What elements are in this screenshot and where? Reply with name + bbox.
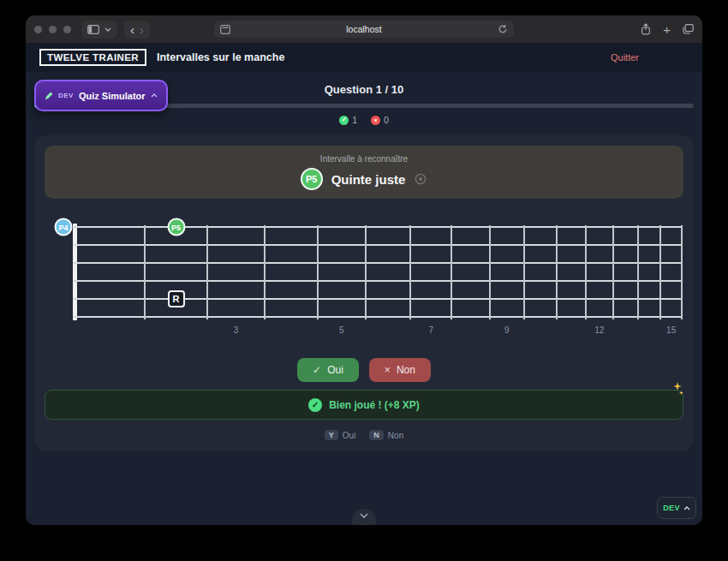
app-logo: TWELVE TRAINER [39,49,146,66]
pencil-icon [45,92,53,100]
fret-wire [681,225,683,319]
tab-overview-button[interactable] [683,24,694,34]
no-button[interactable]: × Non [369,358,431,382]
fret-wire [365,225,367,319]
correct-score: ✓ 1 [339,115,357,125]
fret-wire [659,225,661,319]
hint-icon [415,173,427,185]
tabs-icon [683,24,694,34]
prompt-label: Intervalle à reconnaître [45,146,683,164]
fretboard-nut [73,224,77,320]
string [73,298,682,300]
zoom-button[interactable] [63,26,71,33]
fretboard-marker-P4: P4 [55,218,73,236]
fret-wire [409,225,411,319]
shortcut-no: N Non [369,430,403,440]
key-cap: N [369,430,384,440]
string [73,244,682,246]
dev-menu-button[interactable]: DEV [657,497,696,519]
fret-wire [556,225,558,319]
quiz-simulator-toggle[interactable]: DEV Quiz Simulator [34,80,168,111]
toolbar-actions: + [641,23,694,36]
cross-icon: × [371,116,380,125]
fret-wire [144,225,146,319]
quit-link[interactable]: Quitter [611,52,639,63]
fret-wire [206,225,208,319]
reload-icon[interactable] [498,24,508,34]
fretboard-marker-P5: P5 [167,218,185,236]
string [73,262,682,264]
fret-wire [612,225,614,319]
fret-wire [585,225,587,319]
forward-button[interactable]: › [140,23,144,36]
answer-buttons: ✓ Oui × Non [34,358,694,382]
url-text: localhost [230,24,498,34]
fret-number: 9 [504,325,510,335]
yes-label: Oui [327,364,343,376]
fretboard: 35791215P4P5R [77,226,682,316]
fret-wire [451,225,452,319]
sparkle-icon [667,380,684,401]
interval-name: Quinte juste [331,172,406,187]
feedback-message: Bien joué ! (+8 XP) [329,399,420,411]
app-header: TWELVE TRAINER Intervalles sur le manche… [26,43,702,72]
page-settings-icon[interactable] [220,25,230,34]
history-nav: ‹ › [124,21,150,39]
url-field[interactable]: localhost [214,21,514,38]
share-button[interactable] [641,23,651,35]
check-icon: ✓ [339,116,349,125]
key-cap: Y [325,430,338,440]
string [73,226,682,228]
shortcut-label: Non [388,431,403,440]
feedback-banner: ✓ Bien joué ! (+8 XP) [45,390,683,420]
back-button[interactable]: ‹ [130,23,134,36]
fret-wire [489,225,491,319]
plus-icon: + [663,23,671,36]
score-row: ✓ 1 × 0 [26,115,702,125]
share-icon [641,23,651,35]
quiz-simulator-label: Quiz Simulator [79,91,146,101]
traffic-lights [34,26,71,33]
fret-number: 12 [594,325,604,335]
yes-button[interactable]: ✓ Oui [297,358,359,382]
shortcut-yes: Y Oui [325,430,356,440]
chevron-down-icon [360,513,368,518]
shortcut-label: Oui [343,431,356,440]
fret-wire [264,225,266,319]
chevron-down-icon [104,27,111,32]
prompt-banner: Intervalle à reconnaître P5 Quinte juste [45,146,683,199]
fretboard-marker-R: R [168,290,185,307]
fret-wire [637,225,639,319]
string [73,316,682,318]
browser-window: ‹ › localhost + TWELVE TRAINER Intervall… [26,15,702,525]
check-icon: ✓ [313,364,321,376]
shortcut-hints: Y Oui N Non [34,430,694,440]
wrong-count: 0 [384,115,389,125]
browser-toolbar: ‹ › localhost + [26,15,702,43]
prompt-row: P5 Quinte juste [45,168,683,190]
dev-menu-label: DEV [663,504,679,512]
fret-number: 15 [666,325,676,335]
cross-icon: × [385,364,391,376]
chevron-up-icon [683,506,690,510]
interval-badge: P5 [301,168,323,190]
fret-wire [523,225,525,319]
fret-number: 3 [234,325,239,335]
correct-count: 1 [352,115,357,125]
new-tab-button[interactable]: + [663,23,671,36]
dev-tag: DEV [58,92,74,99]
quiz-card: Intervalle à reconnaître P5 Quinte juste… [34,135,694,451]
minimize-button[interactable] [49,26,57,33]
fret-number: 5 [339,325,344,335]
fret-number: 7 [429,325,434,335]
chevron-up-icon [151,93,158,98]
sidebar-icon [87,25,99,34]
wrong-score: × 0 [371,115,389,125]
string [73,280,682,282]
hint-button[interactable] [414,172,427,186]
close-button[interactable] [34,26,42,33]
scroll-down-button[interactable] [352,509,376,525]
sidebar-toggle-button[interactable] [81,21,117,39]
no-label: Non [397,364,415,376]
fret-wire [317,225,319,319]
